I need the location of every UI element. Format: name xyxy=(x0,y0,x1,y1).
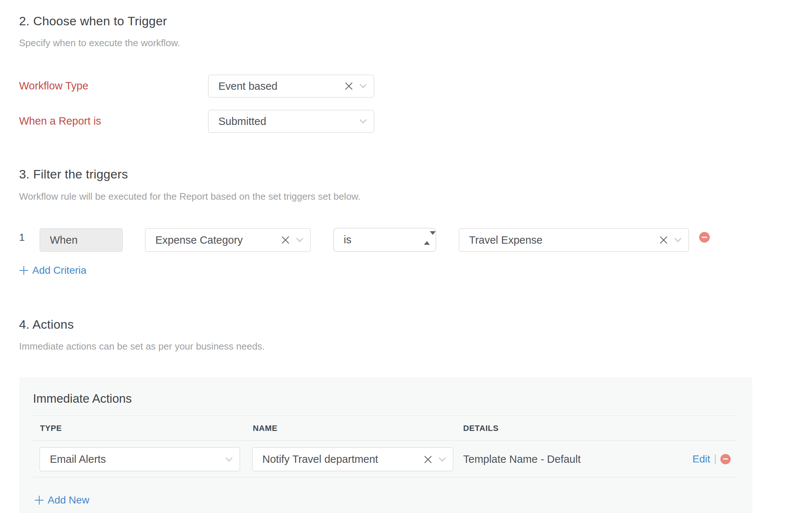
workflow-rule-editor: 2. Choose when to Trigger Specify when t… xyxy=(0,0,812,513)
criteria-operator-value: is xyxy=(334,234,436,246)
criteria-prefix-box: When xyxy=(40,228,123,252)
immediate-actions-title: Immediate Actions xyxy=(33,392,132,406)
add-new-label: Add New xyxy=(48,494,89,506)
filter-section-subtitle: Workflow rule will be executed for the R… xyxy=(19,191,361,202)
column-header-name: NAME xyxy=(253,416,277,440)
action-name-value: Notify Travel department xyxy=(252,453,453,465)
separator-divider xyxy=(715,454,716,464)
plus-icon xyxy=(35,496,44,505)
edit-action-link[interactable]: Edit xyxy=(693,453,710,465)
criteria-operator-select[interactable]: is xyxy=(333,228,436,252)
action-type-select[interactable]: Email Alerts xyxy=(40,447,240,471)
clear-icon[interactable] xyxy=(281,236,290,244)
report-state-select[interactable]: Submitted xyxy=(208,110,374,133)
action-name-select[interactable]: Notify Travel department xyxy=(252,447,453,471)
plus-icon xyxy=(19,266,28,275)
action-row-controls: Edit xyxy=(693,441,731,477)
trigger-section-subtitle: Specify when to execute the workflow. xyxy=(19,37,180,49)
remove-action-icon[interactable] xyxy=(720,454,731,464)
criteria-value-text: Travel Expense xyxy=(459,234,689,246)
remove-criteria-icon[interactable] xyxy=(699,232,710,243)
action-type-value: Email Alerts xyxy=(40,453,240,465)
action-table-row: Email Alerts Notify Travel department Te… xyxy=(33,441,737,477)
filter-section-heading: 3. Filter the triggers xyxy=(19,167,128,181)
trigger-section-heading: 2. Choose when to Trigger xyxy=(19,14,167,28)
workflow-type-select[interactable]: Event based xyxy=(208,75,374,97)
action-details-text: Template Name - Default xyxy=(463,441,581,477)
report-state-value: Submitted xyxy=(208,115,374,128)
workflow-type-label: Workflow Type xyxy=(19,80,88,92)
select-stepper-icon xyxy=(424,235,430,241)
column-header-type: TYPE xyxy=(40,416,62,440)
criteria-value-select[interactable]: Travel Expense xyxy=(459,228,689,252)
immediate-actions-panel: Immediate Actions TYPE NAME DETAILS Emai… xyxy=(19,377,752,513)
report-state-label: When a Report is xyxy=(19,115,101,127)
actions-section-subtitle: Immediate actions can be set as per your… xyxy=(19,341,265,352)
clear-icon[interactable] xyxy=(424,455,432,464)
clear-icon[interactable] xyxy=(659,236,668,244)
column-header-details: DETAILS xyxy=(463,416,499,440)
add-criteria-label: Add Criteria xyxy=(32,265,86,276)
clear-icon[interactable] xyxy=(344,82,353,91)
criteria-prefix-label: When xyxy=(50,234,78,246)
add-new-action-link[interactable]: Add New xyxy=(35,494,89,506)
criteria-field-select[interactable]: Expense Category xyxy=(145,228,311,252)
actions-table-header: TYPE NAME DETAILS xyxy=(33,416,737,441)
add-criteria-link[interactable]: Add Criteria xyxy=(19,265,86,276)
actions-section-heading: 4. Actions xyxy=(19,317,74,332)
criteria-row-number: 1 xyxy=(19,232,25,243)
